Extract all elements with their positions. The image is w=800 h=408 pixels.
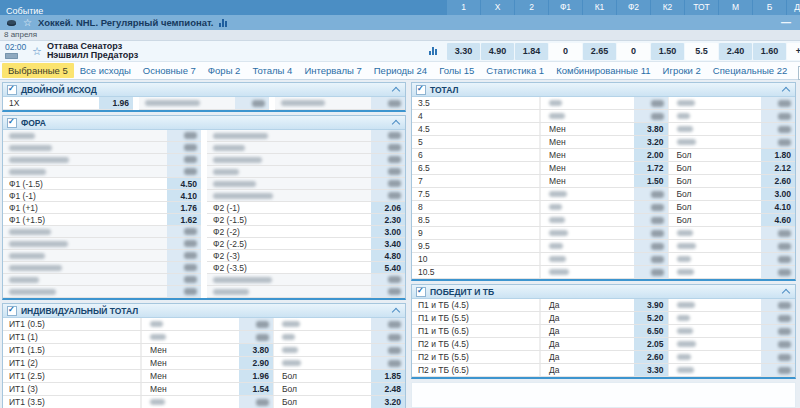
blurred-odds-value[interactable] [235,97,269,109]
odds-value[interactable]: 4.80 [371,250,405,261]
match-stats-icon[interactable] [429,46,437,55]
collapse-chevron-icon[interactable] [392,119,400,127]
odds-value[interactable]: 3.80 [239,344,273,356]
odds-value[interactable]: 4.50 [167,178,201,189]
odds-cell[interactable]: 3.30 [447,43,480,60]
blurred-odds-value[interactable] [634,201,668,213]
section-checkbox[interactable] [416,287,426,297]
odds-cell[interactable]: 5.5 [685,43,718,60]
blurred-odds-value[interactable] [371,130,405,141]
collapse-league-icon[interactable]: — [781,15,791,30]
blurred-odds-value[interactable] [634,240,668,252]
odds-value[interactable]: 6.50 [634,325,668,337]
odds-cell[interactable]: 2.40 [719,43,752,60]
blurred-odds-value[interactable] [167,262,201,273]
blurred-odds-value[interactable] [761,299,795,311]
blurred-odds-value[interactable] [371,142,405,153]
tab-selected[interactable]: Выбранные 5 [2,63,74,78]
section-checkbox[interactable] [7,118,17,128]
blurred-odds-value[interactable] [761,351,795,363]
blurred-odds-value[interactable] [761,136,795,148]
odds-value[interactable]: 2.05 [634,338,668,350]
collapse-chevron-icon[interactable] [392,307,400,315]
odds-cell[interactable]: 1.60 [753,43,786,60]
blurred-odds-value[interactable] [371,318,405,330]
blurred-odds-value[interactable] [634,110,668,122]
odds-value[interactable]: 1.96 [239,370,273,382]
collapse-chevron-icon[interactable] [782,86,790,94]
odds-value[interactable]: 2.48 [371,383,405,395]
blurred-odds-value[interactable] [167,250,201,261]
blurred-odds-value[interactable] [371,286,405,297]
section-header[interactable]: ТОТАЛ [412,83,795,97]
collapse-chevron-icon[interactable] [392,86,400,94]
blurred-odds-value[interactable] [167,142,201,153]
collapse-chevron-icon[interactable] [782,288,790,296]
blurred-odds-value[interactable] [634,266,668,278]
blurred-odds-value[interactable] [371,274,405,285]
odds-value[interactable]: 2.60 [634,351,668,363]
tab-statistics[interactable]: Статистика 1 [480,63,550,78]
tab-players[interactable]: Игроки 2 [657,63,707,78]
blurred-odds-value[interactable] [371,97,405,109]
tab-totals[interactable]: Тоталы 4 [246,63,298,78]
blurred-odds-value[interactable] [239,396,273,408]
odds-value[interactable]: 1.62 [167,214,201,225]
tab-combined[interactable]: Комбинированные 11 [550,63,656,78]
blurred-odds-value[interactable] [761,253,795,265]
section-header[interactable]: ДВОЙНОЙ ИСХОД [3,83,405,97]
blurred-odds-value[interactable] [167,166,201,177]
blurred-odds-value[interactable] [371,331,405,343]
blurred-odds-value[interactable] [634,227,668,239]
odds-value[interactable]: 3.80 [634,123,668,135]
odds-cell[interactable]: 2.65 [583,43,616,60]
tab-intervals[interactable]: Интервалы 7 [298,63,367,78]
blurred-odds-value[interactable] [634,97,668,109]
section-header[interactable]: ИНДИВИДУАЛЬНЫЙ ТОТАЛ [3,304,405,318]
odds-value[interactable]: 1.54 [239,383,273,395]
blurred-odds-value[interactable] [634,214,668,226]
odds-value[interactable]: 2.00 [634,149,668,161]
odds-cell[interactable]: +89 [787,43,800,60]
odds-cell[interactable]: 1.84 [515,43,548,60]
blurred-odds-value[interactable] [239,331,273,343]
tab-main[interactable]: Основные 7 [137,63,202,78]
odds-value[interactable]: 3.20 [371,396,405,408]
odds-value[interactable]: 1.80 [761,149,795,161]
blurred-odds-value[interactable] [167,286,201,297]
favorite-star-icon[interactable]: ☆ [32,46,42,56]
blurred-odds-value[interactable] [761,97,795,109]
odds-value[interactable]: 2.60 [761,175,795,187]
blurred-odds-value[interactable] [761,240,795,252]
section-checkbox[interactable] [7,85,17,95]
tab-goals[interactable]: Голы 15 [433,63,480,78]
blurred-odds-value[interactable] [371,178,405,189]
odds-value[interactable]: 4.10 [761,201,795,213]
blurred-odds-value[interactable] [371,166,405,177]
odds-value[interactable]: 1.96 [99,97,133,109]
blurred-odds-value[interactable] [761,123,795,135]
blurred-odds-value[interactable] [167,130,201,141]
odds-cell[interactable]: 0 [617,43,650,60]
away-team[interactable]: Нэшвилл Предаторз [47,51,138,61]
blurred-odds-value[interactable] [167,226,201,237]
match-row[interactable]: 02:00 ☆ Оттава Сенаторз Нэшвилл Предатор… [0,41,800,62]
blurred-odds-value[interactable] [761,325,795,337]
odds-value[interactable]: 5.20 [634,312,668,324]
league-bar[interactable]: ☆ Хоккей. NHL. Регулярный чемпионат. — [0,15,800,30]
blurred-odds-value[interactable] [371,357,405,369]
odds-value[interactable]: 3.30 [634,364,668,376]
blurred-odds-value[interactable] [761,312,795,324]
blurred-odds-value[interactable] [761,338,795,350]
odds-value[interactable]: 1.72 [634,162,668,174]
section-checkbox[interactable] [7,306,17,316]
blurred-odds-value[interactable] [761,110,795,122]
blurred-odds-value[interactable] [371,344,405,356]
blurred-odds-value[interactable] [371,154,405,165]
blurred-odds-value[interactable] [761,227,795,239]
section-header[interactable]: ПОБЕДИТ И ТБ [412,285,795,299]
odds-value[interactable]: 2.12 [761,162,795,174]
odds-value[interactable]: 3.00 [761,188,795,200]
tab-all-outcomes[interactable]: Все исходы [74,63,137,78]
odds-value[interactable]: 2.06 [371,202,405,213]
